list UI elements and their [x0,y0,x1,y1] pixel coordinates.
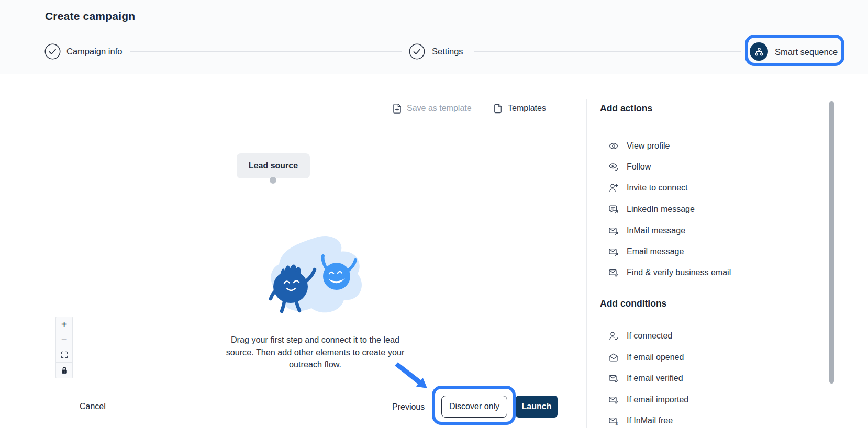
padlock-icon [59,365,70,376]
lead-source-connector-handle[interactable] [270,177,276,184]
fit-view-button[interactable] [56,347,72,363]
condition-item-label: If email verified [627,374,683,383]
action-item-label: Invite to connect [627,183,688,193]
save-as-template-button[interactable]: Save as template [392,102,472,115]
person-plus-icon [608,183,619,193]
action-item-view-profile[interactable]: View profile [608,139,670,153]
condition-item-label: If connected [627,331,672,341]
envelope-open-icon [608,352,619,363]
save-as-template-label: Save as template [407,104,472,113]
condition-item-label: If email opened [627,353,684,362]
action-item-inmail-message[interactable]: InMail message [608,224,685,238]
lock-button[interactable] [56,363,72,378]
action-item-follow[interactable]: Follow [608,160,651,174]
expand-icon [59,350,70,360]
zoom-out-button[interactable]: − [56,332,72,347]
canvas-zoom-controls: + − [55,317,73,378]
envelope-check-icon [608,267,619,278]
action-item-label: View profile [627,141,670,151]
lead-source-node[interactable]: Lead source [237,153,310,178]
action-item-invite-to-connect[interactable]: Invite to connect [608,181,688,195]
mascots-illustration [264,233,369,319]
envelope-arrow-icon [608,246,619,257]
file-plus-icon [392,103,402,114]
page-title: Create campaign [45,10,135,22]
check-circle-icon [44,43,61,60]
envelope-arrow-icon [608,226,619,236]
check-circle-icon [409,43,425,60]
action-item-linkedin-message[interactable]: LinkedIn message [608,202,695,216]
annotation-arrow-icon [393,362,430,392]
envelope-check-icon [608,373,619,384]
condition-item-if-email-opened[interactable]: If email opened [608,351,684,364]
condition-item-label: If email imported [627,395,688,404]
stepper-connector [130,51,402,52]
step-smart-sequence[interactable]: Smart sequence [775,47,838,57]
envelope-check-icon [608,395,619,405]
hint-line: source. Then add other elements to creat… [216,346,415,359]
condition-item-if-inmail-free[interactable]: $ If InMail free [608,414,673,427]
add-actions-heading: Add actions [600,103,652,114]
previous-button[interactable]: Previous [392,402,425,412]
eye-check-icon [608,162,619,172]
action-item-email-message[interactable]: Email message [608,245,684,258]
zoom-in-button[interactable]: + [56,317,72,332]
eye-icon [608,141,619,151]
create-campaign-screen: Create campaign Campaign info Settings [0,0,868,439]
condition-item-if-email-verified[interactable]: If email verified [608,372,683,385]
person-check-icon [608,331,619,341]
action-item-label: Find & verify business email [627,268,731,277]
templates-label: Templates [508,104,546,113]
chat-arrow-icon [608,204,619,215]
launch-button[interactable]: Launch [516,396,558,418]
templates-button[interactable]: Templates [493,102,546,115]
file-icon [493,103,503,114]
step-campaign-info[interactable]: Campaign info [66,47,122,57]
condition-item-label: If InMail free [627,416,673,425]
svg-text:$: $ [616,421,618,426]
page-header: Create campaign Campaign info Settings [0,0,868,74]
action-item-label: Follow [627,162,651,172]
action-item-label: InMail message [627,226,685,235]
sidebar-scrollbar[interactable] [829,101,834,384]
add-conditions-heading: Add conditions [600,298,666,309]
sequence-icon [750,42,768,61]
empty-canvas-hint: Drag your first step and connect it to t… [216,334,415,371]
action-item-label: Email message [627,247,684,256]
condition-item-if-connected[interactable]: If connected [608,329,672,343]
hint-line: Drag your first step and connect it to t… [216,334,415,346]
discover-only-button[interactable]: Discover only [441,396,507,418]
condition-item-if-email-imported[interactable]: If email imported [608,393,688,407]
stepper-connector [474,51,741,52]
sidebar-divider [586,99,587,428]
envelope-dollar-icon: $ [608,415,619,426]
cancel-button[interactable]: Cancel [80,402,106,411]
action-item-label: LinkedIn message [627,205,695,214]
hint-line: outreach flow. [216,358,415,371]
step-settings[interactable]: Settings [432,47,463,57]
action-item-find-verify-business-email[interactable]: Find & verify business email [608,266,731,279]
